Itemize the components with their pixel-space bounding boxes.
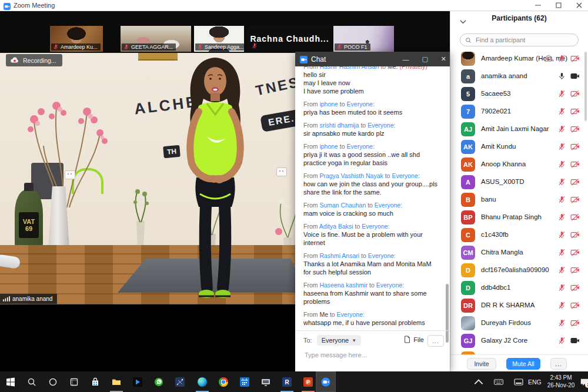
video-off-icon bbox=[570, 196, 580, 203]
participant-row[interactable]: Cc1c430fb bbox=[450, 226, 588, 244]
recipient-dropdown[interactable]: Everyone▼ bbox=[317, 335, 361, 346]
chevron-down-icon: ▼ bbox=[352, 338, 356, 343]
participants-more-button[interactable]: ... bbox=[550, 358, 567, 370]
participants-list[interactable]: Amardeep Kumar (Host, me)aanamika anand5… bbox=[450, 50, 588, 354]
participant-row[interactable]: Dureyah Firdous bbox=[450, 314, 588, 332]
participant-row[interactable]: 55acaee53 bbox=[450, 85, 588, 103]
chat-message-header: From Pragya Vashisth Nayak to Everyone: bbox=[303, 172, 442, 180]
quick-assist-icon[interactable] bbox=[258, 371, 274, 392]
system-clock[interactable]: 2:43 PM 26-Nov-20 bbox=[544, 374, 577, 389]
chat-titlebar[interactable]: Chat — ▢ ✕ bbox=[295, 52, 450, 66]
participant-row[interactable]: Ddcf167e0alisha909090 bbox=[450, 262, 588, 279]
participant-row[interactable]: Amardeep Kumar (Host, me) bbox=[450, 50, 588, 68]
r-app-icon[interactable]: R bbox=[279, 371, 295, 392]
chat-message-header: From iphone to Everyone: bbox=[303, 143, 442, 150]
participants-scrollbar[interactable] bbox=[584, 52, 587, 121]
movies-app-icon[interactable] bbox=[172, 371, 188, 392]
participant-status-icons bbox=[558, 319, 580, 327]
participant-row[interactable]: AASUS_X00TD bbox=[450, 173, 588, 191]
participant-search[interactable] bbox=[460, 33, 579, 46]
video-off-icon bbox=[570, 284, 580, 292]
video-thumbnail[interactable]: GEETA AGGAR... bbox=[121, 26, 191, 52]
microsoft-store-icon[interactable] bbox=[87, 371, 103, 392]
zoom-taskbar-icon[interactable] bbox=[316, 371, 336, 392]
chat-minimize-button[interactable]: — bbox=[402, 56, 409, 63]
chat-message-list[interactable]: From Hashir Hashim Ansari to Me: (Privat… bbox=[295, 66, 450, 330]
participant-row[interactable]: AKAmit Kundu bbox=[450, 138, 588, 156]
participant-row[interactable]: 77902e021 bbox=[450, 103, 588, 120]
muted-mic-icon bbox=[336, 44, 342, 50]
chat-message-text: whatsapp me, if u have personal problems bbox=[303, 319, 442, 327]
chat-message: From Pragya Vashisth Nayak to Everyone:h… bbox=[303, 172, 442, 196]
avatar: AK bbox=[461, 158, 475, 172]
maximize-button[interactable] bbox=[554, 1, 563, 9]
arrow-app-icon[interactable] bbox=[129, 371, 146, 392]
action-center-button[interactable]: 1 bbox=[576, 371, 588, 392]
task-view-button[interactable] bbox=[66, 371, 82, 392]
language-indicator[interactable]: ENG bbox=[528, 371, 542, 392]
participant-name: Chitra Mangla bbox=[481, 249, 523, 256]
participant-search-input[interactable] bbox=[475, 36, 571, 44]
file-button[interactable]: File bbox=[404, 336, 424, 343]
muted-mic-icon bbox=[558, 178, 566, 186]
notification-badge: 1 bbox=[585, 382, 588, 388]
thumbnail-label: GEETA AGGAR... bbox=[122, 43, 176, 51]
powerpoint-icon[interactable]: P bbox=[300, 371, 316, 392]
avatar: 7 bbox=[461, 105, 475, 119]
video-thumbnail[interactable]: Amardeep Ku... bbox=[50, 26, 103, 52]
participant-status-icons bbox=[558, 108, 580, 115]
fitness-instructor bbox=[173, 54, 258, 303]
svg-text:P: P bbox=[306, 379, 310, 385]
chat-title: Chat bbox=[311, 55, 326, 63]
video-on-icon bbox=[570, 337, 580, 344]
minimize-button[interactable] bbox=[534, 1, 542, 9]
avatar: D bbox=[461, 281, 475, 295]
invite-button[interactable]: Invite bbox=[467, 358, 496, 370]
participant-name: GEETA AGGAR... bbox=[131, 44, 173, 50]
participant-row[interactable] bbox=[450, 350, 588, 354]
participant-status-icons bbox=[558, 90, 580, 98]
start-button[interactable] bbox=[2, 371, 19, 392]
participant-row[interactable]: AJAmit Jain Laxmi Nagar bbox=[450, 120, 588, 138]
participant-row[interactable]: aanamika anand bbox=[450, 68, 588, 85]
chat-message-text: Voice is fine. Must be a problem with yo… bbox=[303, 230, 442, 247]
participant-row[interactable]: GJGalaxy J2 Core bbox=[450, 332, 588, 350]
muted-mic-icon bbox=[558, 196, 566, 203]
wall-socket bbox=[276, 167, 287, 176]
search-button[interactable] bbox=[24, 371, 40, 392]
chat-more-button[interactable]: ... bbox=[427, 335, 444, 347]
calendar-app-icon[interactable] bbox=[236, 371, 253, 392]
participant-row[interactable]: CMChitra Mangla bbox=[450, 244, 588, 262]
video-thumbnail[interactable]: POCO F1 bbox=[333, 26, 394, 52]
chat-message-header: From Aditya Baksi to Everyone: bbox=[303, 223, 442, 230]
chat-close-button[interactable]: ✕ bbox=[441, 55, 446, 63]
whatsapp-icon[interactable] bbox=[151, 371, 167, 392]
participant-row[interactable]: BPBhanu Pratap Singh bbox=[450, 209, 588, 226]
video-thumbnail[interactable]: Sandeep Agga... bbox=[194, 26, 244, 52]
tray-app-icon[interactable] bbox=[510, 371, 527, 392]
video-off-icon bbox=[570, 125, 580, 133]
zoom-app-icon bbox=[4, 2, 11, 9]
mute-all-button[interactable]: Mute All bbox=[506, 358, 540, 370]
participant-row[interactable]: Dddb4dbc1 bbox=[450, 279, 588, 297]
participant-name: Galaxy J2 Core bbox=[481, 337, 527, 344]
file-explorer-icon[interactable] bbox=[108, 371, 125, 392]
chrome-icon[interactable] bbox=[215, 371, 232, 392]
chat-message-input[interactable] bbox=[303, 351, 435, 359]
edge-icon[interactable] bbox=[194, 371, 211, 392]
chat-message: From Haseena kashmir to Everyone:haseena… bbox=[303, 282, 442, 306]
chat-maximize-button[interactable]: ▢ bbox=[422, 55, 427, 63]
touch-keyboard-icon[interactable] bbox=[490, 371, 507, 392]
participant-name: Dureyah Firdous bbox=[481, 319, 531, 326]
cortana-icon[interactable] bbox=[45, 371, 61, 392]
participant-row[interactable]: AKAnoop Khanna bbox=[450, 156, 588, 173]
audio-level-icon bbox=[3, 296, 10, 301]
participant-status-icons bbox=[558, 143, 580, 150]
participant-row[interactable]: DRDR R K SHARMA bbox=[450, 297, 588, 314]
show-hidden-icons-button[interactable] bbox=[470, 371, 487, 392]
video-thumbnail[interactable]: Rachna Chaudh...Rachna Chaudh... bbox=[247, 26, 332, 52]
chat-scrollbar[interactable] bbox=[446, 284, 449, 343]
close-button[interactable] bbox=[575, 1, 583, 9]
participant-row[interactable]: Bbanu bbox=[450, 191, 588, 209]
active-speaker-label: anamika anand bbox=[0, 294, 57, 304]
